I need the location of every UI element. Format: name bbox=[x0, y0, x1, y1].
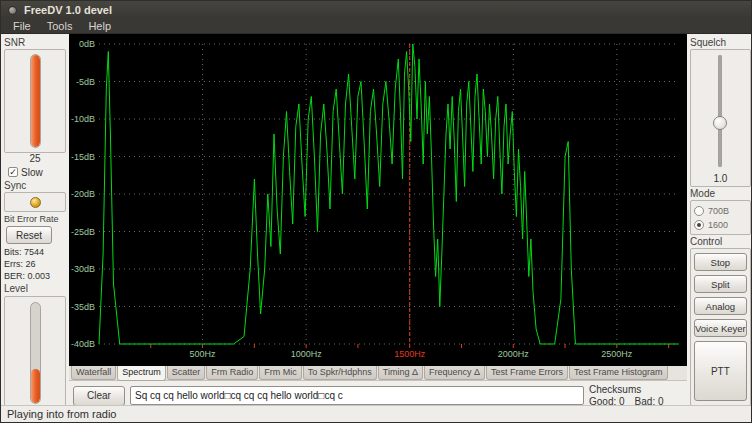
tab-timing[interactable]: Timing Δ bbox=[378, 366, 423, 380]
menu-tools[interactable]: Tools bbox=[39, 19, 81, 34]
center-panel: 0dB-5dB-10dB-15dB-20dB-25dB-30dB-35dB-40… bbox=[69, 34, 687, 405]
squelch-group-label: Squelch bbox=[690, 37, 751, 49]
ber-group-label: Bit Error Rate bbox=[4, 213, 66, 225]
spectrum-plot[interactable]: 0dB-5dB-10dB-15dB-20dB-25dB-30dB-35dB-40… bbox=[69, 34, 685, 364]
reset-button[interactable]: Reset bbox=[6, 226, 52, 244]
tx-text-input[interactable] bbox=[130, 386, 584, 405]
mode-radio-1600-label: 1600 bbox=[708, 220, 728, 230]
checksums-group: Checksums Good: 0 Bad: 0 bbox=[589, 384, 685, 407]
control-group-label: Control bbox=[690, 236, 751, 248]
svg-text:-20dB: -20dB bbox=[71, 189, 95, 199]
tab-frm-mic[interactable]: Frm Mic bbox=[259, 366, 302, 380]
tab-waterfall[interactable]: Waterfall bbox=[71, 366, 116, 380]
tab-spectrum[interactable]: Spectrum bbox=[117, 366, 166, 381]
snr-value: 25 bbox=[4, 153, 66, 165]
slow-checkbox-label: Slow bbox=[21, 167, 43, 178]
sync-group-label: Sync bbox=[4, 180, 66, 192]
right-panel: Squelch 1.0 Mode 700B 1600 Contr bbox=[687, 34, 752, 405]
status-bar: Playing into from radio bbox=[1, 405, 751, 422]
left-panel: SNR 25 Slow Sync Bit Error Rate Reset Bi… bbox=[1, 34, 69, 405]
voice-keyer-button[interactable]: Voice Keyer bbox=[694, 319, 747, 337]
app-window: FreeDV 1.0 devel FileToolsHelp SNR 25 Sl… bbox=[0, 0, 752, 423]
ber-stats: Bits: 7544Errs: 26BER: 0.003 bbox=[4, 246, 66, 282]
split-button[interactable]: Split bbox=[694, 275, 747, 293]
svg-text:-25dB: -25dB bbox=[71, 227, 95, 237]
ber-stat-line: Bits: 7544 bbox=[4, 246, 66, 258]
titlebar[interactable]: FreeDV 1.0 devel bbox=[1, 1, 751, 19]
svg-text:1000Hz: 1000Hz bbox=[291, 349, 323, 359]
spectrum-plot-area[interactable]: 0dB-5dB-10dB-15dB-20dB-25dB-30dB-35dB-40… bbox=[69, 34, 687, 366]
level-gauge bbox=[4, 296, 66, 410]
svg-text:500Hz: 500Hz bbox=[190, 349, 217, 359]
status-text: Playing into from radio bbox=[7, 408, 116, 420]
analog-button[interactable]: Analog bbox=[694, 297, 747, 315]
checksums-label: Checksums bbox=[589, 384, 683, 395]
svg-text:-30dB: -30dB bbox=[71, 264, 95, 274]
snr-gauge-track bbox=[30, 54, 41, 148]
tab-test-frame-errors[interactable]: Test Frame Errors bbox=[486, 366, 568, 380]
squelch-slider-thumb[interactable] bbox=[713, 116, 727, 130]
svg-text:-5dB: -5dB bbox=[76, 77, 95, 87]
snr-gauge bbox=[4, 49, 66, 153]
main-area: SNR 25 Slow Sync Bit Error Rate Reset Bi… bbox=[1, 34, 751, 405]
svg-text:2000Hz: 2000Hz bbox=[498, 349, 530, 359]
plot-tabbar: WaterfallSpectrumScatterFrm RadioFrm Mic… bbox=[69, 366, 687, 381]
squelch-group: 1.0 bbox=[690, 49, 751, 187]
snr-gauge-fill bbox=[31, 55, 40, 147]
ptt-button[interactable]: PTT bbox=[694, 341, 747, 401]
control-group: StopSplitAnalogVoice KeyerPTT bbox=[690, 248, 751, 406]
svg-text:1500Hz: 1500Hz bbox=[394, 349, 426, 359]
ber-stat-line: BER: 0.003 bbox=[4, 270, 66, 282]
menubar: FileToolsHelp bbox=[1, 19, 751, 34]
window-title: FreeDV 1.0 devel bbox=[24, 4, 112, 16]
squelch-value: 1.0 bbox=[713, 173, 727, 184]
tab-frequency[interactable]: Frequency Δ bbox=[424, 366, 485, 380]
radio-icon[interactable] bbox=[694, 206, 704, 216]
mode-radio-700b-label: 700B bbox=[708, 206, 729, 216]
menu-help[interactable]: Help bbox=[80, 19, 119, 34]
mode-radio-700b[interactable]: 700B bbox=[694, 204, 747, 218]
svg-text:0dB: 0dB bbox=[79, 39, 95, 49]
svg-text:-35dB: -35dB bbox=[71, 302, 95, 312]
snr-group-label: SNR bbox=[4, 37, 66, 49]
tab-to-spkr-hdphns[interactable]: To Spkr/Hdphns bbox=[303, 366, 377, 380]
ber-stat-line: Errs: 26 bbox=[4, 258, 66, 270]
stop-button[interactable]: Stop bbox=[694, 253, 747, 271]
svg-text:2500Hz: 2500Hz bbox=[601, 349, 633, 359]
tab-scatter[interactable]: Scatter bbox=[167, 366, 206, 380]
level-gauge-track bbox=[30, 302, 41, 404]
sync-led-icon bbox=[30, 197, 41, 208]
tab-frm-radio[interactable]: Frm Radio bbox=[206, 366, 258, 380]
tab-test-frame-histogram[interactable]: Test Frame Histogram bbox=[569, 366, 668, 380]
svg-text:-15dB: -15dB bbox=[71, 152, 95, 162]
window-control-icon[interactable] bbox=[8, 6, 17, 15]
squelch-slider-track[interactable] bbox=[718, 55, 722, 167]
svg-text:-10dB: -10dB bbox=[71, 114, 95, 124]
mode-group: 700B 1600 bbox=[690, 200, 751, 235]
checkbox-icon[interactable] bbox=[8, 167, 18, 177]
mode-group-label: Mode bbox=[690, 188, 751, 200]
level-group-label: Level bbox=[4, 283, 66, 295]
menu-file[interactable]: File bbox=[5, 19, 39, 34]
svg-text:-40dB: -40dB bbox=[71, 339, 95, 349]
squelch-slider[interactable] bbox=[712, 55, 728, 167]
slow-checkbox[interactable]: Slow bbox=[4, 165, 66, 179]
level-gauge-fill bbox=[31, 369, 40, 403]
radio-icon[interactable] bbox=[694, 220, 704, 230]
clear-button[interactable]: Clear bbox=[73, 386, 125, 406]
mode-radio-1600[interactable]: 1600 bbox=[694, 218, 747, 232]
sync-indicator-box bbox=[4, 192, 66, 212]
